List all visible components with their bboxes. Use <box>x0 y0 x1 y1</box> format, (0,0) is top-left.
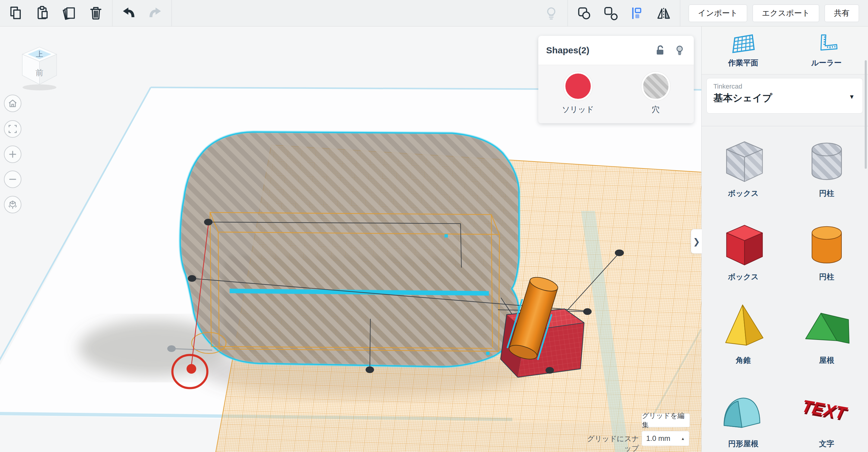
zoom-in-icon <box>7 149 18 159</box>
zoom-out-button[interactable] <box>4 170 22 188</box>
shape-card-hole-box[interactable]: ボックス <box>702 134 785 218</box>
shape-card-text[interactable]: TEXT TEXT 文字 <box>785 385 868 452</box>
gallery-scrollbar[interactable] <box>865 60 867 169</box>
group-icon[interactable] <box>576 5 592 21</box>
shape-card-roof[interactable]: 屋根 <box>785 301 868 385</box>
workplane-label: 作業平面 <box>728 58 758 68</box>
toolbar-separator <box>172 0 172 27</box>
fit-view-button[interactable] <box>4 120 22 138</box>
undo-icon[interactable] <box>121 5 136 21</box>
selection-panel: Shapes(2) ソリッド 穴 <box>538 36 694 123</box>
shape-label: ボックス <box>728 188 758 198</box>
home-view-button[interactable] <box>4 95 22 112</box>
orange-cylinder-icon <box>801 218 852 269</box>
shape-label: ボックス <box>728 272 758 282</box>
panel-collapse-tab[interactable]: ❯ <box>691 229 702 254</box>
clipboard-group <box>0 5 112 21</box>
zoom-out-icon <box>7 174 18 185</box>
hole-cylinder-icon <box>801 134 852 185</box>
show-all-bulb-icon[interactable] <box>544 5 559 21</box>
shape-card-cylinder[interactable]: 円柱 <box>785 218 868 301</box>
hole-option[interactable]: 穴 <box>641 72 670 115</box>
top-toolbar: インポート エクスポート 共有 <box>0 0 868 27</box>
gray-handle[interactable] <box>167 345 176 352</box>
scale-handle[interactable] <box>444 234 448 237</box>
share-button[interactable]: 共有 <box>825 4 859 22</box>
snap-grid-value: 1.0 mm <box>646 434 670 443</box>
red-box-icon <box>718 218 769 269</box>
library-brand: Tinkercad <box>713 83 856 90</box>
shape-card-hole-cylinder[interactable]: 円柱 <box>785 134 868 218</box>
import-button[interactable]: インポート <box>689 4 747 22</box>
copy-icon[interactable] <box>8 5 24 21</box>
solid-option[interactable]: ソリッド <box>562 72 594 115</box>
library-dropdown[interactable]: Tinkercad 基本シェイプ ▼ <box>707 78 863 114</box>
pyramid-icon <box>718 301 769 352</box>
ruler-label: ルーラー <box>811 58 841 68</box>
caret-up-icon: ▲ <box>681 436 685 441</box>
paste-icon[interactable] <box>35 5 51 21</box>
unlock-icon[interactable] <box>654 44 667 57</box>
scale-handle[interactable] <box>486 352 490 355</box>
caret-down-icon: ▼ <box>849 93 855 100</box>
text-glyph: TEXT <box>801 396 850 422</box>
shape-card-pyramid[interactable]: 角錐 <box>702 301 785 385</box>
visibility-bulb-icon[interactable] <box>673 44 686 57</box>
workplane-icon <box>731 33 755 56</box>
selection-panel-body: ソリッド 穴 <box>538 65 694 123</box>
toolbar-right: インポート エクスポート 共有 <box>535 0 868 27</box>
shape-label: 円柱 <box>819 188 834 198</box>
tinkercad-editor: インポート エクスポート 共有 <box>0 0 868 452</box>
view-cube[interactable]: 上 前 <box>17 41 62 93</box>
selection-title: Shapes(2) <box>546 45 647 56</box>
text-shape-icon: TEXT TEXT <box>801 385 852 436</box>
snap-grid-label: グリッドにスナップ <box>580 434 639 452</box>
workplane-tool[interactable]: 作業平面 <box>702 27 785 74</box>
perspective-toggle-button[interactable] <box>4 196 22 213</box>
workspace-tools: 作業平面 ルーラー <box>702 27 868 74</box>
perspective-icon <box>7 199 18 210</box>
arrange-group <box>568 5 680 21</box>
shape-card-round-roof[interactable]: 円形屋根 <box>702 385 785 452</box>
shape-label: 文字 <box>819 439 834 449</box>
shape-library-panel: 作業平面 ルーラー Tinkercad 基本シェイプ ▼ <box>701 27 868 452</box>
shape-label: 円形屋根 <box>728 439 758 449</box>
shape-label: 屋根 <box>819 355 834 365</box>
bulb-group <box>535 5 567 21</box>
fit-view-icon <box>7 124 18 134</box>
selection-outline <box>180 132 519 367</box>
history-group <box>113 5 172 21</box>
selection-panel-header: Shapes(2) <box>538 36 694 65</box>
shape-card-box[interactable]: ボックス <box>702 218 785 301</box>
zoom-in-button[interactable] <box>4 146 22 163</box>
edit-grid-button[interactable]: グリッドを編集 <box>642 413 690 427</box>
solid-swatch[interactable] <box>564 72 592 101</box>
ruler-tool[interactable]: ルーラー <box>785 27 868 74</box>
redo-icon[interactable] <box>147 5 163 21</box>
chevron-right-icon: ❯ <box>693 236 700 247</box>
align-icon[interactable] <box>629 5 645 21</box>
round-roof-icon <box>718 385 769 436</box>
view-cube-top-label: 上 <box>36 50 43 58</box>
hole-box-icon <box>718 134 769 185</box>
solid-label: ソリッド <box>562 104 594 115</box>
shape-label: 角錐 <box>736 355 751 365</box>
mirror-icon[interactable] <box>656 5 672 21</box>
ruler-icon <box>814 33 838 56</box>
view-cube-front-label: 前 <box>36 68 43 77</box>
roof-icon <box>801 301 852 352</box>
action-buttons: インポート エクスポート 共有 <box>680 4 868 22</box>
hole-swatch[interactable] <box>641 72 670 101</box>
home-icon <box>7 98 18 108</box>
ungroup-icon[interactable] <box>603 5 618 21</box>
shape-gallery: ボックス 円柱 <box>702 126 868 452</box>
snap-grid-select[interactable]: 1.0 mm ▲ <box>642 431 689 446</box>
shape-label: 円柱 <box>819 272 834 282</box>
export-button[interactable]: エクスポート <box>752 4 819 22</box>
duplicate-icon[interactable] <box>61 5 77 21</box>
hole-label: 穴 <box>652 104 660 115</box>
library-name: 基本シェイプ <box>713 92 856 105</box>
delete-icon[interactable] <box>88 5 104 21</box>
